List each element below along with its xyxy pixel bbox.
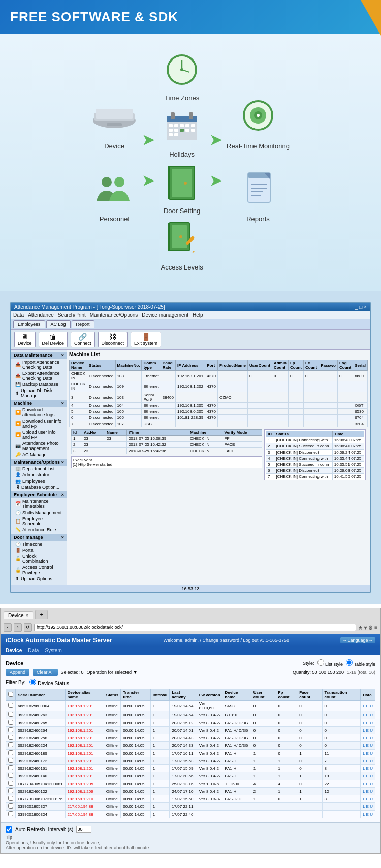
row-checkbox[interactable] — [8, 735, 13, 740]
nav-data[interactable]: Data — [28, 648, 39, 653]
row-checkbox[interactable] — [8, 765, 13, 770]
data-link[interactable]: U — [370, 782, 373, 786]
sidebar-ul-user[interactable]: 🔼 Upload user info and FP — [11, 429, 67, 440]
app-header: iClock Automatic Data Master Server Welc… — [1, 634, 380, 646]
tab-close-icon[interactable]: × — [26, 613, 29, 618]
clear-all-btn[interactable]: Clear All — [33, 669, 58, 676]
data-link[interactable]: U — [370, 704, 373, 708]
sidebar-dl-att[interactable]: 🔽 Download attendance logs — [11, 407, 67, 418]
row-checkbox[interactable] — [8, 758, 13, 763]
filter-device-status-radio[interactable] — [29, 679, 36, 685]
browser-new-tab[interactable]: + — [35, 610, 48, 619]
table-style-radio[interactable] — [346, 659, 353, 666]
row-checkbox[interactable] — [8, 811, 13, 816]
data-link[interactable]: U — [370, 728, 373, 733]
url-input[interactable] — [34, 624, 356, 631]
sidebar-access-ctrl[interactable]: 🔒 Access Control Privilege — [11, 564, 67, 576]
row-checkbox[interactable] — [8, 773, 13, 778]
data-link[interactable]: U — [370, 713, 373, 717]
btn-del-device[interactable]: 🗑 Del Device — [39, 332, 68, 347]
browser-tab-device[interactable]: Device × — [4, 611, 33, 619]
row-checkbox[interactable] — [8, 720, 13, 725]
sidebar-timetable[interactable]: 📅 Maintenance Timetables — [11, 498, 67, 510]
sidebar-upload-opts[interactable]: ⬆ Upload Options — [11, 576, 67, 582]
data-link[interactable]: U — [370, 774, 373, 779]
sidebar-export[interactable]: 📤 Export Attendance Checking Data — [11, 370, 67, 381]
personnel-label: Personnel — [100, 215, 130, 223]
data-link[interactable]: U — [370, 759, 373, 763]
filter-label: Filter By: — [6, 680, 25, 685]
sidebar-emp-sched[interactable]: 📋 Employee Schedule — [11, 516, 67, 527]
sidebar-photo[interactable]: 📷 Attendance Photo Management — [11, 440, 67, 452]
sidebar-db[interactable]: 🗄 Database Option... — [11, 484, 67, 490]
data-link[interactable]: U — [370, 743, 373, 748]
btn-exit[interactable]: 🚪 Exit system — [131, 332, 161, 347]
btn-disconnect[interactable]: ⛓ Disconnect — [98, 332, 128, 347]
sidebar-import[interactable]: 📥 Import Attendance Checking Data — [11, 359, 67, 370]
nav-device[interactable]: Device — [6, 648, 22, 653]
data-link[interactable]: U — [370, 751, 373, 756]
forward-btn[interactable]: › — [14, 623, 22, 632]
menu-attendance[interactable]: Attendance — [28, 312, 54, 318]
event-table-row: 7[CHECK IN] Connecting with16:41:55 07:2… — [266, 474, 364, 480]
btn-connect[interactable]: 🔗 Connect — [71, 332, 95, 347]
menu-data[interactable]: Data — [13, 312, 24, 318]
menu-help[interactable]: Help — [193, 312, 203, 318]
row-checkbox[interactable] — [8, 781, 13, 786]
language-btn[interactable]: -- Language -- — [340, 637, 375, 643]
svg-rect-2 — [96, 109, 133, 119]
row-checkbox[interactable] — [8, 727, 13, 732]
interval-label: Interval: (s) — [48, 827, 73, 832]
sidebar-dept[interactable]: 🏢 Department List — [11, 466, 67, 472]
tab-employees[interactable]: Employees — [13, 320, 45, 328]
menu-maintenance[interactable]: Maintenance/Options — [90, 312, 138, 318]
sidebar-ac[interactable]: 🔑 AC Manage — [11, 452, 67, 458]
data-link[interactable]: U — [370, 766, 373, 771]
svg-rect-25 — [169, 133, 173, 136]
data-link[interactable]: U — [370, 736, 373, 740]
row-checkbox[interactable] — [8, 803, 13, 809]
sidebar-dl-user[interactable]: 🔽 Download user info and Fp — [11, 418, 67, 429]
menu-device[interactable]: Device management — [142, 312, 188, 318]
interval-input[interactable] — [76, 826, 91, 833]
sidebar-shifts[interactable]: 🕐 Shifts Management — [11, 510, 67, 516]
sidebar-att-rule[interactable]: 📏 Attendance Rule — [11, 527, 67, 533]
sidebar-group-machine: Machine × 🔽 Download attendance logs 🔽 D… — [11, 400, 67, 458]
access-icon — [159, 219, 205, 259]
tab-aclog[interactable]: AC Log — [46, 320, 71, 328]
tab-report[interactable]: Report — [72, 320, 94, 328]
data-link[interactable]: U — [370, 721, 373, 725]
log-col-verify: Verify Mode — [223, 430, 262, 436]
sidebar-unlock[interactable]: 🔓 Unlock Combination — [11, 553, 67, 564]
row-checkbox[interactable] — [8, 742, 13, 747]
row-checkbox[interactable] — [8, 788, 13, 793]
back-btn[interactable]: ‹ — [4, 623, 12, 632]
reload-btn[interactable]: ↺ — [24, 623, 32, 632]
row-checkbox[interactable] — [8, 796, 13, 801]
row-checkbox[interactable] — [8, 712, 13, 717]
row-checkbox[interactable] — [8, 703, 13, 708]
data-link[interactable]: U — [370, 812, 373, 817]
data-link[interactable]: U — [370, 797, 373, 801]
sidebar-portal[interactable]: 🚪 Portal — [11, 547, 67, 553]
sidebar-employees[interactable]: 👥 Employees — [11, 478, 67, 484]
sidebar-admin[interactable]: 👤 Administrator — [11, 472, 67, 478]
row-checkbox[interactable] — [8, 750, 13, 755]
new-tab-icon: + — [40, 611, 43, 618]
append-btn[interactable]: Append — [6, 669, 29, 676]
device-table-row: 3929182460189192.168.1.201Offline00:00:1… — [6, 750, 375, 757]
sidebar-backup[interactable]: 💾 Backup Database — [11, 381, 67, 387]
menu-search[interactable]: Search/Print — [58, 312, 86, 318]
data-link[interactable]: U — [370, 804, 373, 809]
sidebar-timezone[interactable]: 🕐 Timezone — [11, 541, 67, 547]
auto-refresh-checkbox[interactable] — [6, 826, 12, 833]
sw-statusbar: 16:53:13 — [11, 585, 370, 592]
list-style-radio[interactable] — [318, 659, 324, 666]
sw-menubar[interactable]: Data Attendance Search/Print Maintenance… — [11, 311, 370, 319]
data-link[interactable]: U — [370, 789, 373, 794]
sidebar-upload[interactable]: ⬆ Upload Db Disk Manage — [11, 387, 67, 399]
nav-system[interactable]: System — [45, 648, 61, 653]
select-all-checkbox[interactable] — [8, 692, 13, 697]
btn-device[interactable]: 🖥 Device — [14, 332, 36, 347]
web-browser: Device × + ‹ › ↺ ★ ♥ ⚙ ≡ iClock Automati… — [0, 608, 381, 854]
